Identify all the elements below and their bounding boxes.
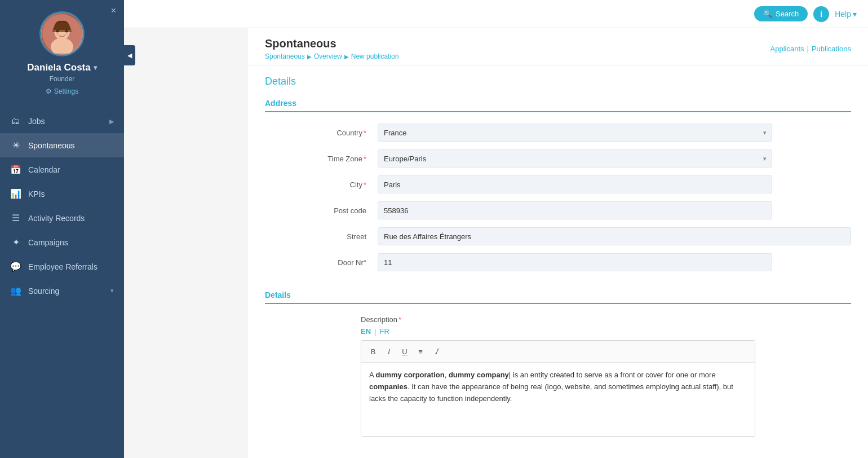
user-name[interactable]: Daniela Costa ▾ (27, 62, 96, 73)
editor-bold3: companies (369, 382, 408, 391)
svg-point-5 (56, 33, 59, 35)
info-button[interactable]: i (813, 6, 829, 22)
search-icon: 🔍 (763, 10, 772, 18)
sourcing-arrow-icon: ▾ (110, 287, 114, 294)
editor-cursor-text: | is an entity created to serve as a fro… (509, 371, 716, 379)
page-header-right: Applicants | Publications (770, 45, 851, 53)
address-section-title: Address (265, 99, 851, 112)
lang-en-tab[interactable]: EN (361, 327, 371, 336)
doornr-field-row: Door Nr° (265, 253, 851, 271)
list-button[interactable]: ≡ (413, 344, 428, 359)
description-label-row: Description* (361, 315, 755, 324)
lang-tabs: EN | FR (361, 327, 755, 336)
page-title: Spontaneous (265, 37, 398, 50)
doornr-input[interactable] (378, 253, 772, 271)
city-input[interactable] (378, 175, 772, 193)
sidebar-item-sourcing[interactable]: 👥 Sourcing ▾ (0, 279, 124, 303)
editor-bold1: dummy corporation (376, 371, 445, 379)
svg-point-6 (65, 33, 68, 35)
avatar-image (41, 11, 83, 56)
sidebar-close-button[interactable]: × (111, 6, 116, 16)
street-label: Street (265, 232, 378, 241)
sidebar: × Daniela Costa ▾ Founder ⚙ Settings (0, 0, 124, 458)
city-field-row: City (265, 175, 851, 193)
svg-point-4 (65, 30, 68, 33)
sourcing-icon: 👥 (10, 285, 21, 296)
applicants-link[interactable]: Applicants (770, 45, 804, 53)
breadcrumb: Spontaneous ▶ Overview ▶ New publication (265, 52, 398, 60)
details-section: Details Description* EN | FR B I U ≡ 𝘐 (248, 290, 868, 448)
italic-button[interactable]: I (382, 344, 396, 359)
editor-prefix: A (369, 371, 376, 379)
kpis-icon: 📊 (10, 188, 21, 199)
breadcrumb-overview[interactable]: Overview (314, 52, 342, 60)
italic-alt-button[interactable]: 𝘐 (429, 344, 444, 359)
settings-link[interactable]: ⚙ Settings (46, 87, 78, 95)
svg-point-3 (56, 30, 59, 33)
doornr-label: Door Nr° (265, 258, 378, 267)
breadcrumb-new-publication[interactable]: New publication (351, 52, 399, 60)
postcode-input[interactable] (378, 201, 772, 219)
topbar: 🔍 Search i Help ▾ (124, 0, 868, 28)
timezone-select[interactable]: Europe/Paris Europe/London America/New_Y… (378, 149, 772, 168)
gear-icon: ⚙ (46, 87, 52, 95)
street-field-row: Street (265, 227, 851, 245)
page-header-left: Spontaneous Spontaneous ▶ Overview ▶ New… (265, 37, 398, 60)
search-button[interactable]: 🔍 Search (754, 6, 808, 21)
calendar-icon: 📅 (10, 164, 21, 175)
sidebar-item-activity-records[interactable]: ☰ Activity Records (0, 206, 124, 230)
street-input[interactable] (378, 227, 851, 245)
underline-button[interactable]: U (397, 344, 412, 359)
header-divider: | (807, 45, 809, 53)
country-select-wrapper: France Germany United Kingdom Spain Ital… (378, 124, 772, 142)
lang-divider: | (374, 327, 376, 336)
avatar (39, 11, 85, 56)
postcode-label: Post code (265, 206, 378, 215)
user-role: Founder (50, 75, 75, 83)
country-label: Country (265, 129, 378, 137)
page-header: Spontaneous Spontaneous ▶ Overview ▶ New… (248, 28, 868, 65)
description-editor: B I U ≡ 𝘐 A dummy corporation, dummy com… (361, 340, 755, 437)
editor-body[interactable]: A dummy corporation, dummy company| is a… (361, 363, 755, 436)
editor-comma: , (445, 371, 449, 379)
editor-bold2: dummy company (449, 371, 509, 379)
campaigns-icon: ✦ (10, 237, 21, 248)
publications-link[interactable]: Publications (812, 45, 851, 53)
country-select[interactable]: France Germany United Kingdom Spain Ital… (378, 124, 772, 142)
user-chevron-icon: ▾ (94, 64, 97, 72)
details-heading: Details (265, 76, 851, 87)
activity-records-icon: ☰ (10, 213, 21, 223)
timezone-label: Time Zone (265, 155, 378, 163)
sidebar-item-employee-referrals[interactable]: 💬 Employee Referrals (0, 254, 124, 279)
sidebar-item-spontaneous[interactable]: ✳ Spontaneous (0, 133, 124, 157)
sidebar-item-kpis[interactable]: 📊 KPIs (0, 182, 124, 206)
sidebar-item-calendar[interactable]: 📅 Calendar (0, 157, 124, 182)
main-content: Spontaneous Spontaneous ▶ Overview ▶ New… (248, 28, 868, 458)
help-chevron-icon: ▾ (853, 10, 857, 19)
breadcrumb-spontaneous[interactable]: Spontaneous (265, 52, 305, 60)
jobs-arrow-icon: ▶ (109, 118, 114, 125)
postcode-field-row: Post code (265, 201, 851, 219)
breadcrumb-sep-2: ▶ (344, 54, 349, 60)
jobs-icon: 🗂 (10, 116, 21, 126)
sidebar-nav: 🗂 Jobs ▶ ✳ Spontaneous 📅 Calendar 📊 KPIs… (0, 109, 124, 303)
country-field-row: Country France Germany United Kingdom Sp… (265, 124, 851, 142)
address-section: Address Country France Germany United Ki… (248, 87, 868, 290)
employee-referrals-icon: 💬 (10, 261, 21, 272)
required-asterisk: * (398, 315, 401, 324)
timezone-field-row: Time Zone Europe/Paris Europe/London Ame… (265, 149, 851, 168)
timezone-select-wrapper: Europe/Paris Europe/London America/New_Y… (378, 149, 772, 168)
help-button[interactable]: Help ▾ (835, 10, 857, 19)
editor-toolbar: B I U ≡ 𝘐 (361, 341, 755, 363)
editor-suffix: . It can have the appearance of being re… (369, 382, 733, 403)
city-label: City (265, 180, 378, 189)
bold-button[interactable]: B (366, 344, 380, 359)
lang-fr-tab[interactable]: FR (379, 327, 389, 336)
breadcrumb-sep-1: ▶ (307, 54, 312, 60)
sidebar-item-jobs[interactable]: 🗂 Jobs ▶ (0, 109, 124, 133)
sidebar-collapse-button[interactable]: ◀ (124, 45, 135, 65)
sidebar-item-campaigns[interactable]: ✦ Campaigns (0, 230, 124, 254)
spontaneous-icon: ✳ (10, 140, 21, 151)
details-heading-container: Details (248, 65, 868, 87)
description-wrapper: Description* EN | FR B I U ≡ 𝘐 A dummy c… (265, 315, 851, 437)
